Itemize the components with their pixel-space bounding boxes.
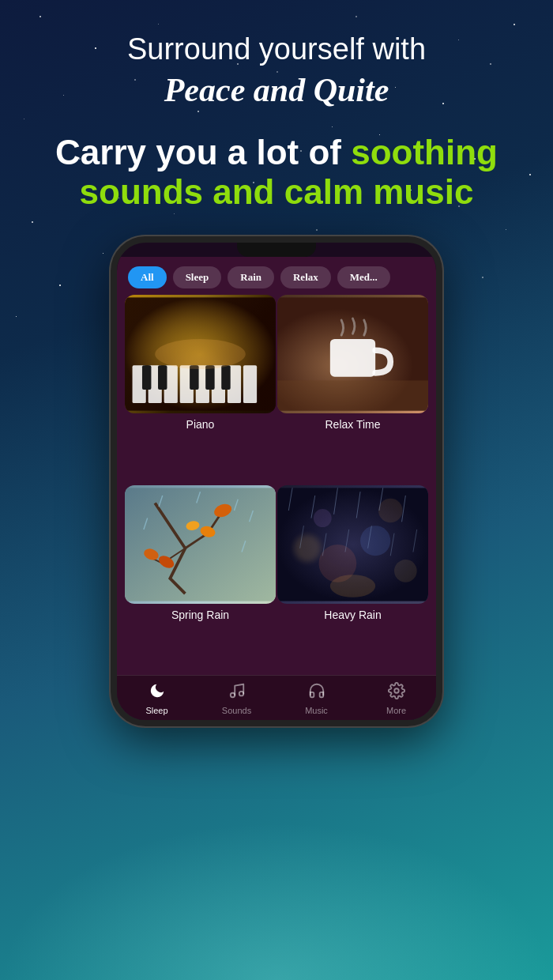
- tab-sleep[interactable]: Sleep: [173, 266, 222, 288]
- svg-point-35: [314, 509, 332, 527]
- svg-point-51: [239, 692, 243, 696]
- filter-tabs: All Sleep Rain Relax Med...: [117, 257, 436, 295]
- svg-point-33: [360, 526, 390, 556]
- nav-item-music[interactable]: Music: [276, 682, 356, 715]
- sound-grid: Piano: [117, 295, 436, 675]
- svg-point-36: [378, 499, 403, 523]
- svg-rect-18: [125, 488, 276, 601]
- nav-item-sounds[interactable]: Sounds: [197, 682, 276, 715]
- carry-green2: sounds and calm music: [80, 172, 474, 211]
- nav-label-more: More: [386, 706, 406, 715]
- svg-rect-12: [205, 365, 214, 390]
- svg-point-14: [155, 339, 246, 369]
- tab-rain[interactable]: Rain: [228, 266, 274, 288]
- heavy-rain-label: Heavy Rain: [324, 609, 381, 621]
- nav-label-music: Music: [305, 706, 328, 715]
- sound-item-piano[interactable]: Piano: [125, 295, 276, 484]
- spring-rain-label: Spring Rain: [171, 609, 229, 621]
- heavy-rain-thumbnail: [277, 485, 428, 604]
- phone-mockup: All Sleep Rain Relax Med...: [111, 236, 442, 726]
- tab-relax[interactable]: Relax: [280, 266, 331, 288]
- phone-mockup-container: All Sleep Rain Relax Med...: [0, 236, 553, 726]
- sounds-icon: [228, 682, 246, 703]
- hero-line1: Surround yourself with: [0, 32, 553, 68]
- svg-rect-17: [277, 380, 428, 410]
- piano-label: Piano: [186, 418, 215, 431]
- svg-point-31: [294, 535, 321, 562]
- relax-label: Relax Time: [325, 418, 380, 431]
- hero-line2: Peace and Quite: [0, 71, 553, 109]
- tab-all[interactable]: All: [128, 266, 167, 288]
- bottom-navigation: Sleep Sounds: [117, 675, 436, 720]
- nav-item-sleep[interactable]: Sleep: [117, 682, 197, 715]
- more-icon: [388, 682, 405, 703]
- svg-rect-8: [243, 365, 257, 403]
- carry-section: Carry you a lot of soothing sounds and c…: [0, 109, 553, 228]
- carry-green1: soothing: [351, 133, 498, 172]
- svg-point-34: [394, 560, 417, 582]
- svg-point-50: [230, 693, 235, 698]
- piano-svg: [125, 295, 276, 413]
- svg-point-49: [330, 575, 375, 597]
- sleep-icon: [149, 682, 166, 703]
- svg-rect-9: [142, 365, 151, 390]
- svg-rect-13: [221, 365, 230, 390]
- bottom-ambient-glow: [0, 822, 553, 980]
- piano-thumbnail: [125, 295, 276, 413]
- relax-thumbnail: [277, 295, 428, 413]
- nav-label-sounds: Sounds: [222, 706, 251, 715]
- spring-rain-svg: [125, 485, 276, 604]
- svg-point-52: [394, 688, 399, 693]
- nav-item-more[interactable]: More: [356, 682, 436, 715]
- svg-rect-16: [330, 339, 375, 377]
- sound-item-heavy-rain[interactable]: Heavy Rain: [277, 485, 428, 675]
- tab-med[interactable]: Med...: [337, 266, 390, 288]
- svg-rect-10: [158, 365, 167, 390]
- spring-rain-thumbnail: [125, 485, 276, 604]
- phone-notch: [237, 243, 316, 257]
- heavy-rain-svg: [277, 485, 428, 604]
- hero-section: Surround yourself with Peace and Quite: [0, 0, 553, 109]
- relax-svg: [277, 295, 428, 413]
- sound-item-spring-rain[interactable]: Spring Rain: [125, 485, 276, 675]
- music-icon: [308, 682, 325, 703]
- phone-screen: All Sleep Rain Relax Med...: [117, 257, 436, 720]
- nav-label-sleep: Sleep: [145, 706, 167, 715]
- carry-text-block: Carry you a lot of soothing sounds and c…: [24, 133, 529, 213]
- sound-item-relax[interactable]: Relax Time: [277, 295, 428, 484]
